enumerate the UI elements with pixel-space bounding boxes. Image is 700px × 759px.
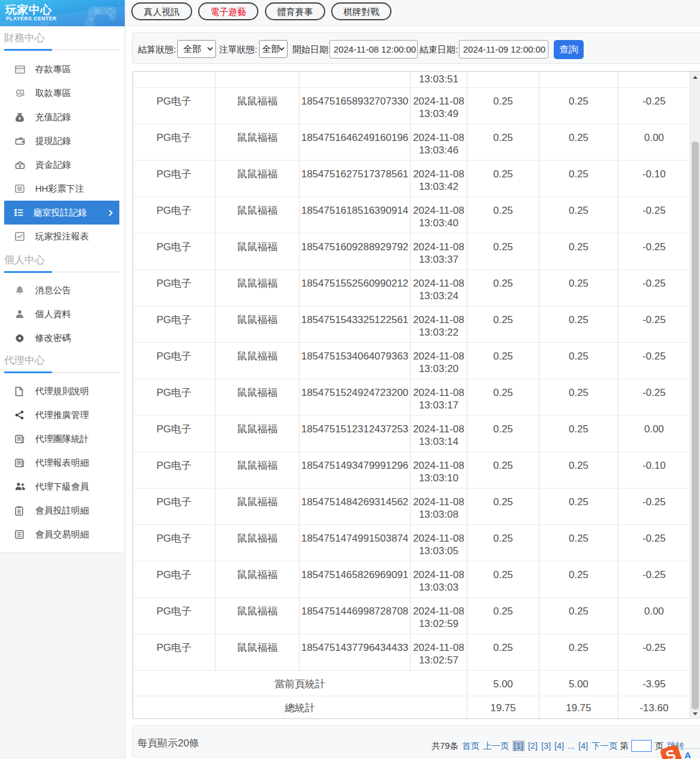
svg-text:¥: ¥ (18, 116, 21, 121)
